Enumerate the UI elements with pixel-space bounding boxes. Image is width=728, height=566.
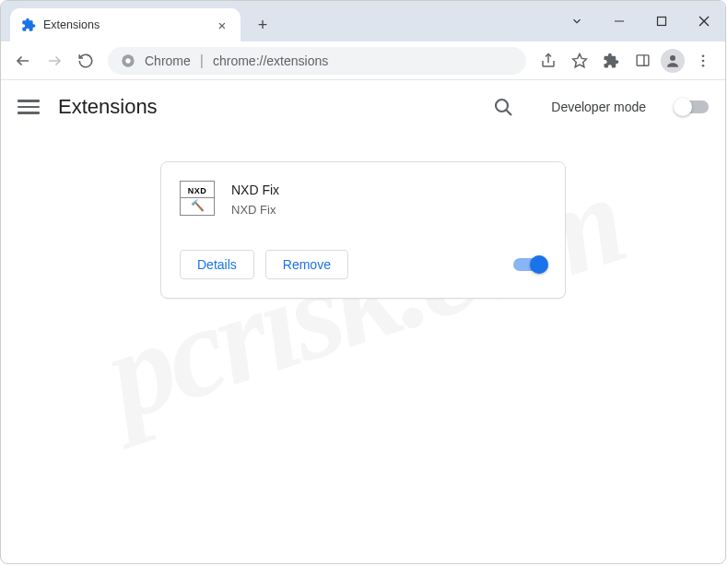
nav-back-button[interactable]: [8, 46, 38, 76]
bookmark-star-icon[interactable]: [565, 46, 594, 76]
window-maximize-button[interactable]: [640, 3, 683, 40]
omnibox-separator: |: [200, 53, 204, 69]
svg-rect-1: [658, 18, 666, 26]
omnibox-url: chrome://extensions: [213, 53, 513, 68]
browser-toolbar: Chrome | chrome://extensions: [1, 41, 725, 80]
nav-forward-button[interactable]: [40, 46, 69, 76]
extension-icon: NXD 🔨: [180, 181, 215, 216]
window-minimize-button[interactable]: [598, 3, 640, 40]
address-bar[interactable]: Chrome | chrome://extensions: [108, 47, 526, 75]
side-panel-icon[interactable]: [628, 46, 657, 76]
window-titlebar: Extensions × +: [1, 1, 725, 41]
svg-point-12: [670, 55, 675, 61]
tab-title: Extensions: [43, 18, 215, 31]
page-title: Extensions: [58, 95, 158, 119]
extension-enable-toggle[interactable]: [513, 258, 546, 271]
remove-button[interactable]: Remove: [265, 250, 348, 279]
browser-tab[interactable]: Extensions ×: [10, 8, 241, 41]
tab-close-button[interactable]: ×: [215, 18, 229, 32]
svg-point-14: [702, 59, 705, 62]
extension-puzzle-icon: [21, 18, 36, 32]
extension-card: NXD 🔨 NXD Fix NXD Fix Details Remove: [160, 161, 566, 299]
omnibox-prefix: Chrome: [145, 53, 191, 68]
nav-reload-button[interactable]: [71, 46, 100, 76]
extensions-puzzle-icon[interactable]: [596, 46, 626, 76]
extensions-list: NXD 🔨 NXD Fix NXD Fix Details Remove: [1, 134, 725, 299]
svg-line-17: [506, 110, 511, 115]
chrome-icon: [121, 53, 135, 68]
details-button[interactable]: Details: [180, 250, 254, 279]
svg-point-13: [702, 54, 705, 57]
share-icon[interactable]: [534, 46, 563, 76]
new-tab-button[interactable]: +: [250, 12, 276, 38]
kebab-menu-icon[interactable]: [688, 46, 718, 76]
extensions-page-header: Extensions Developer mode: [1, 80, 725, 134]
extension-name: NXD Fix: [231, 183, 279, 197]
profile-avatar[interactable]: [661, 49, 685, 73]
tab-search-button[interactable]: [556, 3, 598, 40]
svg-marker-9: [573, 53, 587, 66]
svg-point-7: [125, 58, 130, 63]
developer-mode-toggle[interactable]: [675, 100, 709, 113]
window-close-button[interactable]: [683, 3, 725, 40]
extension-description: NXD Fix: [231, 203, 279, 217]
svg-point-15: [702, 64, 705, 66]
search-icon[interactable]: [492, 96, 514, 118]
developer-mode-label: Developer mode: [551, 100, 646, 114]
svg-rect-10: [637, 55, 649, 65]
svg-point-16: [496, 100, 508, 112]
main-menu-button[interactable]: [18, 96, 40, 118]
hammer-icon: 🔨: [191, 200, 205, 211]
